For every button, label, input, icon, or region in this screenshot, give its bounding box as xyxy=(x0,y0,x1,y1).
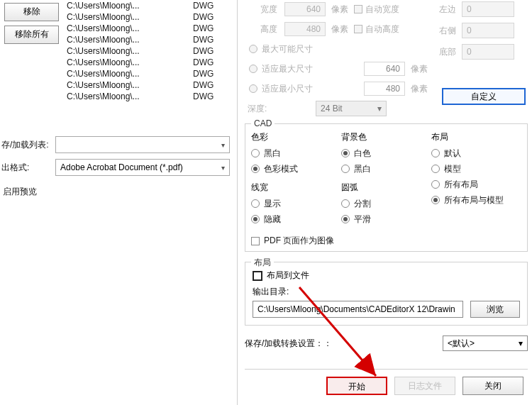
width-label: 宽度 xyxy=(245,4,284,16)
file-type-cell: DWG xyxy=(190,45,233,57)
fit-max-label: 适应最大尺寸 xyxy=(262,63,333,75)
file-list-row[interactable]: C:\Users\Mloong\...DWG xyxy=(64,23,233,34)
color-subtitle: 色彩 xyxy=(251,131,341,143)
output-format-combo[interactable]: Adobe Acrobat Document (*.pdf) ▾ xyxy=(55,159,230,176)
max-possible-label: 最大可能尺寸 xyxy=(262,43,333,55)
arc-split-label: 分割 xyxy=(354,198,371,210)
arc-smooth-radio[interactable] xyxy=(341,215,350,223)
layout-all-radio[interactable] xyxy=(431,180,440,189)
layout-default-radio[interactable] xyxy=(431,149,440,157)
start-button[interactable]: 开始 xyxy=(326,377,387,395)
arc-split-radio[interactable] xyxy=(341,199,350,208)
bg-white-radio[interactable] xyxy=(341,149,350,157)
chevron-down-icon: ▾ xyxy=(519,338,523,348)
margin-right-input[interactable]: 0 xyxy=(462,23,514,38)
unit-label: 像素 xyxy=(411,63,428,75)
color-bw-radio[interactable] xyxy=(251,149,260,157)
layout-to-file-checkbox[interactable] xyxy=(253,271,262,281)
margin-bottom-input[interactable]: 0 xyxy=(462,44,514,60)
file-path-cell: C:\Users\Mloong\... xyxy=(64,11,190,23)
chevron-down-icon: ▾ xyxy=(221,164,225,172)
margin-bottom-label: 底部 xyxy=(436,46,462,58)
margin-left-label: 左边 xyxy=(436,4,462,16)
layout-model-radio[interactable] xyxy=(431,165,440,173)
output-dir-label: 输出目录: xyxy=(253,286,520,298)
file-list-row[interactable]: C:\Users\Mloong\...DWG xyxy=(64,11,233,23)
layout-all-model-label: 所有布局与模型 xyxy=(444,194,504,206)
auto-height-label: 自动高度 xyxy=(365,23,399,35)
margin-left-input[interactable]: 0 xyxy=(462,1,514,17)
auto-width-label: 自动宽度 xyxy=(365,4,399,16)
log-file-button: 日志文件 xyxy=(394,377,455,395)
pdf-as-image-checkbox[interactable] xyxy=(251,237,260,245)
height-input[interactable]: 480 xyxy=(284,22,326,36)
file-type-cell: DWG xyxy=(190,23,233,34)
line-hide-radio[interactable] xyxy=(251,215,260,223)
unit-label: 像素 xyxy=(411,83,428,95)
file-path-cell: C:\Users\Mloong\... xyxy=(64,34,190,45)
close-button[interactable]: 关闭 xyxy=(462,377,523,395)
layout-default-label: 默认 xyxy=(444,148,461,160)
arc-subtitle: 圆弧 xyxy=(341,182,431,194)
cad-group-title: CAD xyxy=(251,118,275,128)
file-type-cell: DWG xyxy=(190,34,233,45)
auto-height-checkbox[interactable] xyxy=(354,25,362,33)
unit-label: 像素 xyxy=(331,23,348,35)
remove-all-button[interactable]: 移除所有 xyxy=(4,26,59,44)
fit-max-input[interactable]: 640 xyxy=(364,62,405,76)
custom-button[interactable]: 自定义 xyxy=(442,88,526,105)
save-load-list-combo[interactable]: ▾ xyxy=(55,136,230,153)
bg-black-label: 黑白 xyxy=(354,163,371,175)
chevron-down-icon: ▾ xyxy=(221,141,225,149)
fit-min-label: 适应最小尺寸 xyxy=(262,83,333,95)
file-type-cell: DWG xyxy=(190,57,233,68)
save-load-settings-value: <默认> xyxy=(448,338,475,350)
layout-subtitle: 布局 xyxy=(431,131,521,143)
fit-min-input[interactable]: 480 xyxy=(364,82,405,96)
depth-select[interactable]: 24 Bit ▾ xyxy=(316,101,387,116)
file-path-cell: C:\Users\Mloong\... xyxy=(64,79,190,91)
cad-group: CAD 色彩 黑白 色彩模式 线宽 显示 隐藏 背景色 白色 黑白 圆弧 分割 … xyxy=(245,123,528,252)
browse-button[interactable]: 浏览 xyxy=(470,301,520,318)
file-list-row[interactable]: C:\Users\Mloong\...DWG xyxy=(64,57,233,68)
height-label: 高度 xyxy=(245,23,284,35)
output-dir-input[interactable]: C:\Users\Mloong\Documents\CADEditorX 12\… xyxy=(253,301,463,318)
save-load-list-label: 存/加载列表: xyxy=(1,139,55,151)
unit-label: 像素 xyxy=(331,4,348,16)
file-list-row[interactable]: C:\Users\Mloong\...DWG xyxy=(64,0,233,11)
layout-group: 布局 布局到文件 输出目录: C:\Users\Mloong\Documents… xyxy=(245,262,528,326)
file-list-row[interactable]: C:\Users\Mloong\...DWG xyxy=(64,45,233,57)
bg-subtitle: 背景色 xyxy=(341,131,431,143)
file-path-cell: C:\Users\Mloong\... xyxy=(64,57,190,68)
file-list-row[interactable]: C:\Users\Mloong\...DWG xyxy=(64,79,233,91)
chevron-down-icon: ▾ xyxy=(377,104,382,113)
file-type-cell: DWG xyxy=(190,0,233,11)
remove-button[interactable]: 移除 xyxy=(4,3,59,21)
file-path-cell: C:\Users\Mloong\... xyxy=(64,23,190,34)
layout-all-model-radio[interactable] xyxy=(431,196,440,204)
layout-model-label: 模型 xyxy=(444,163,461,175)
output-format-value: Adobe Acrobat Document (*.pdf) xyxy=(60,162,183,172)
file-type-cell: DWG xyxy=(190,68,233,79)
layout-group-title: 布局 xyxy=(251,257,274,269)
fit-min-radio[interactable] xyxy=(249,84,257,93)
file-type-cell: DWG xyxy=(190,11,233,23)
save-load-settings-combo[interactable]: <默认> ▾ xyxy=(443,335,528,351)
depth-value: 24 Bit xyxy=(321,104,343,113)
margin-right-label: 右侧 xyxy=(436,25,462,37)
bg-black-radio[interactable] xyxy=(341,165,350,173)
file-list-row[interactable]: C:\Users\Mloong\...DWG xyxy=(64,68,233,79)
max-possible-radio[interactable] xyxy=(249,45,257,53)
color-mode-radio[interactable] xyxy=(251,165,260,173)
line-show-radio[interactable] xyxy=(251,199,260,208)
file-path-cell: C:\Users\Mloong\... xyxy=(64,0,190,11)
file-list-row[interactable]: C:\Users\Mloong\...DWG xyxy=(64,91,233,102)
auto-width-checkbox[interactable] xyxy=(354,5,362,13)
width-input[interactable]: 640 xyxy=(284,2,326,16)
pdf-as-image-label: PDF 页面作为图像 xyxy=(264,235,334,247)
file-path-cell: C:\Users\Mloong\... xyxy=(64,68,190,79)
fit-max-radio[interactable] xyxy=(249,65,257,73)
arc-smooth-label: 平滑 xyxy=(354,213,371,226)
enable-preview-label: 启用预览 xyxy=(1,182,230,198)
file-list-row[interactable]: C:\Users\Mloong\...DWG xyxy=(64,34,233,45)
